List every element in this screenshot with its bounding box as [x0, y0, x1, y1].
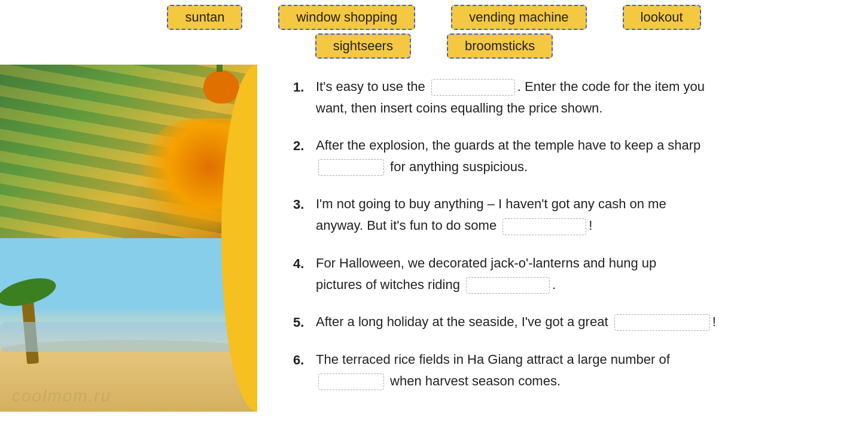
exercise-item-4: 4. For Halloween, we decorated jack-o'-l…: [293, 253, 844, 295]
item-number-4: 4.: [293, 253, 316, 274]
word-chip-lookout[interactable]: lookout: [623, 5, 701, 30]
blank-1[interactable]: [431, 79, 515, 96]
item-1-line2: want, then insert coins equalling the pr…: [316, 98, 844, 118]
item-number-1: 1.: [293, 77, 316, 98]
blank-2[interactable]: [318, 159, 384, 176]
exercise-panel: 1. It's easy to use the . Enter the code…: [257, 65, 868, 420]
exercise-item-1: 1. It's easy to use the . Enter the code…: [293, 77, 844, 118]
exercise-item-6: 6. The terraced rice fields in Ha Giang …: [293, 349, 844, 391]
word-chip-vending-machine[interactable]: vending machine: [451, 5, 586, 30]
beach-image: [0, 238, 257, 412]
main-content: coolmom.ru 1. It's easy to use the . Ent…: [0, 65, 868, 420]
item-number-5: 5.: [293, 312, 316, 333]
palm-tree: [21, 291, 39, 364]
exercise-item-2: 2. After the explosion, the guards at th…: [293, 135, 844, 177]
word-bank-row-2: sightseers broomsticks: [315, 34, 553, 59]
item-number-2: 2.: [293, 135, 316, 156]
blank-6[interactable]: [318, 373, 384, 390]
blank-4[interactable]: [466, 277, 550, 294]
item-2-line2: for anything suspicious.: [316, 157, 844, 177]
item-text-4: For Halloween, we decorated jack-o'-lant…: [316, 253, 844, 295]
item-number-3: 3.: [293, 194, 316, 215]
pumpkin-icon: [203, 71, 239, 104]
word-chip-suntan[interactable]: suntan: [167, 5, 242, 30]
word-chip-sightseers[interactable]: sightseers: [315, 34, 411, 59]
word-chip-broomsticks[interactable]: broomsticks: [447, 34, 553, 59]
word-chip-window-shopping[interactable]: window shopping: [278, 5, 415, 30]
rice-fields-image: [0, 65, 257, 238]
item-text-6: The terraced rice fields in Ha Giang att…: [316, 349, 844, 391]
blank-3[interactable]: [502, 218, 586, 235]
word-bank: suntan window shopping vending machine l…: [0, 0, 868, 65]
item-text-3: I'm not going to buy anything – I haven'…: [316, 194, 844, 236]
watermark: coolmom.ru: [12, 387, 111, 406]
exercise-item-5: 5. After a long holiday at the seaside, …: [293, 312, 844, 333]
blank-5[interactable]: [614, 314, 710, 331]
item-text-5: After a long holiday at the seaside, I'v…: [316, 312, 844, 332]
item-number-6: 6.: [293, 349, 316, 370]
exercise-list: 1. It's easy to use the . Enter the code…: [293, 77, 844, 391]
item-text-1: It's easy to use the . Enter the code fo…: [316, 77, 844, 118]
image-panel: coolmom.ru: [0, 65, 257, 412]
item-6-line2: when harvest season comes.: [316, 371, 844, 391]
item-3-line2: anyway. But it's fun to do some !: [316, 215, 844, 236]
exercise-item-3: 3. I'm not going to buy anything – I hav…: [293, 194, 844, 236]
word-bank-row-1: suntan window shopping vending machine l…: [167, 5, 701, 30]
item-4-line2: pictures of witches riding .: [316, 275, 844, 295]
item-text-2: After the explosion, the guards at the t…: [316, 135, 844, 177]
